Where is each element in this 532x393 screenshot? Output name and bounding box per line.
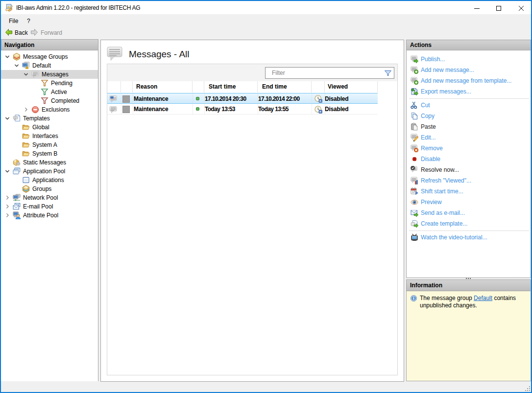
svg-text:17: 17: [412, 190, 415, 193]
